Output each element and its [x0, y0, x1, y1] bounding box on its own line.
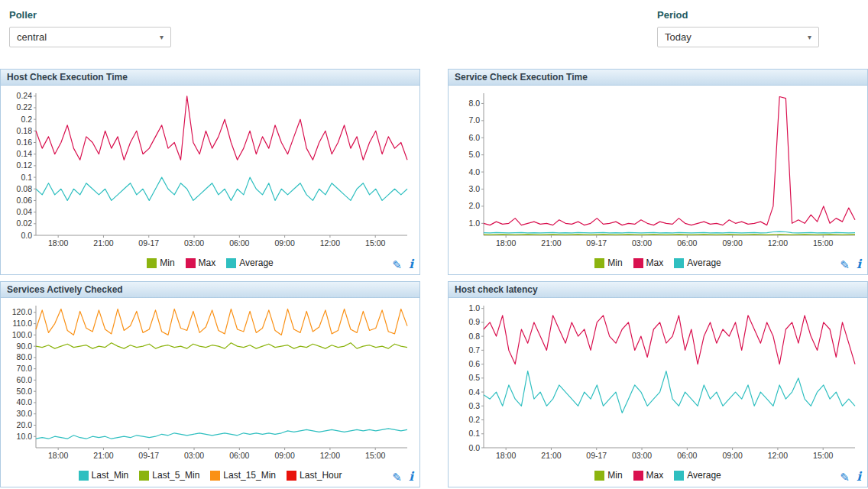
chevron-down-icon: ▾ [160, 33, 164, 41]
legend-swatch [674, 471, 684, 481]
y-tick-label: 100.0 [12, 330, 32, 339]
x-tick-label: 18:00 [496, 451, 516, 460]
y-tick-label: 50.0 [17, 387, 33, 396]
y-tick-label: 0.04 [17, 207, 33, 216]
legend-label: Average [687, 257, 721, 268]
series-line-last_min [36, 429, 407, 439]
x-tick-label: 09-17 [586, 238, 607, 248]
y-tick-label: 60.0 [17, 375, 33, 384]
edit-icon[interactable]: ✎ [840, 259, 850, 270]
edit-icon[interactable]: ✎ [840, 471, 850, 483]
y-tick-label: 0.24 [17, 91, 33, 100]
series-line-max [36, 96, 407, 160]
chart-canvas: 0.00.10.20.30.40.50.60.70.80.91.018:0021… [452, 300, 861, 465]
legend-swatch [633, 258, 643, 268]
y-tick-label: 0.3 [468, 401, 480, 410]
chart-canvas: 10.020.030.040.050.060.070.080.090.0100.… [4, 300, 413, 465]
period-select[interactable]: Today ▾ [657, 27, 819, 47]
panel-service-check-execution-time: Service Check Execution Time 1.02.03.04.… [448, 69, 868, 275]
y-tick-label: 30.0 [17, 409, 33, 418]
poller-select[interactable]: central ▾ [9, 27, 171, 47]
y-tick-label: 20.0 [17, 420, 33, 429]
x-tick-label: 09-17 [138, 451, 159, 460]
x-tick-label: 06:00 [677, 451, 697, 460]
y-tick-label: 10.0 [17, 432, 33, 441]
y-tick-label: 110.0 [13, 319, 33, 328]
x-tick-label: 18:00 [48, 238, 68, 248]
legend-swatch [633, 471, 643, 481]
legend-swatch [147, 258, 157, 268]
x-tick-label: 09-17 [586, 451, 607, 460]
y-tick-label: 4.0 [468, 167, 480, 176]
info-icon[interactable]: i [857, 471, 861, 483]
legend-label: Min [607, 257, 622, 268]
edit-icon[interactable]: ✎ [392, 471, 402, 483]
legend-label: Average [687, 470, 721, 481]
series-line-max [484, 316, 855, 364]
axis-line [484, 93, 855, 235]
series-line-last_5_min [36, 343, 407, 348]
legend-swatch [186, 258, 196, 268]
period-label: Period [657, 9, 819, 21]
y-tick-label: 0.2 [468, 415, 480, 424]
info-icon[interactable]: i [409, 471, 413, 483]
y-tick-label: 0.6 [468, 359, 480, 368]
x-tick-label: 18:00 [496, 238, 516, 248]
x-tick-label: 09-17 [138, 238, 159, 248]
legend-item-last_15_min: Last_15_Min [210, 470, 276, 481]
y-tick-label: 0.08 [17, 184, 33, 193]
y-tick-label: 7.0 [468, 115, 480, 125]
x-tick-label: 03:00 [184, 451, 204, 460]
y-tick-label: 0.2 [21, 115, 32, 124]
legend-label: Last_Min [92, 470, 129, 481]
x-tick-label: 09:00 [722, 451, 742, 460]
x-tick-label: 21:00 [541, 238, 561, 248]
y-tick-label: 80.0 [17, 352, 33, 361]
charts-grid: Host Check Execution Time 0.00.020.040.0… [0, 69, 868, 487]
y-tick-label: 1.0 [468, 303, 480, 313]
y-tick-label: 0.9 [468, 317, 480, 326]
y-tick-label: 70.0 [17, 364, 33, 373]
legend-label: Last_15_Min [223, 470, 276, 481]
legend-item-average: Average [226, 257, 273, 268]
x-tick-label: 06:00 [229, 238, 249, 248]
y-tick-label: 2.0 [468, 201, 480, 210]
axis-line [484, 306, 855, 448]
info-icon[interactable]: i [409, 258, 413, 270]
info-icon[interactable]: i [857, 258, 861, 270]
y-tick-label: 0.06 [17, 196, 33, 205]
legend-label: Last_5_Min [152, 470, 199, 481]
x-tick-label: 18:00 [48, 451, 68, 460]
y-tick-label: 0.1 [468, 429, 480, 438]
y-tick-label: 5.0 [468, 150, 480, 159]
legend-item-last_5_min: Last_5_Min [139, 470, 199, 481]
panel-title: Services Actively Checked [1, 282, 419, 298]
panel-title: Service Check Execution Time [449, 70, 867, 86]
legend-swatch [226, 258, 236, 268]
poller-label: Poller [9, 9, 171, 21]
legend-swatch [674, 258, 684, 268]
legend-item-min: Min [147, 257, 174, 268]
y-tick-label: 90.0 [17, 342, 33, 351]
legend-label: Average [239, 257, 273, 268]
y-tick-label: 120.0 [12, 307, 32, 316]
y-tick-label: 0.4 [468, 387, 480, 397]
chart-canvas: 1.02.03.04.05.06.07.08.018:0021:0009-170… [452, 87, 861, 252]
x-tick-label: 03:00 [632, 238, 652, 248]
chevron-down-icon: ▾ [808, 33, 811, 41]
x-tick-label: 21:00 [541, 451, 561, 460]
chart-legend: Last_MinLast_5_MinLast_15_MinLast_Hour [1, 467, 419, 484]
panel-title: Host check latency [449, 282, 867, 298]
edit-icon[interactable]: ✎ [392, 259, 402, 270]
axis-line [36, 93, 407, 235]
x-tick-label: 09:00 [722, 238, 742, 248]
y-tick-label: 0.8 [468, 332, 480, 341]
y-tick-label: 0.18 [17, 126, 33, 135]
y-tick-label: 0.0 [21, 231, 32, 240]
legend-item-max: Max [633, 470, 664, 481]
x-tick-label: 06:00 [229, 451, 249, 460]
y-tick-label: 0.0 [468, 443, 480, 452]
y-tick-label: 0.16 [17, 138, 33, 147]
x-tick-label: 15:00 [365, 238, 385, 248]
legend-label: Max [199, 257, 216, 268]
